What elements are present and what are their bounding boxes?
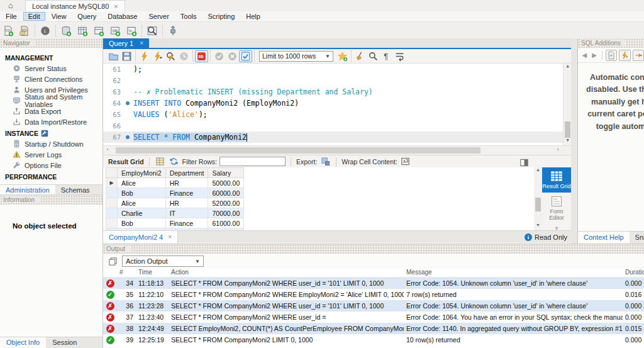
grid-cell[interactable]: 50000.00 — [208, 178, 244, 188]
tab-context-help[interactable]: Context Help — [578, 232, 630, 244]
grid-cell[interactable]: 70000.00 — [208, 208, 244, 218]
result-set-tab-close-icon[interactable]: × — [168, 233, 172, 240]
grid-row[interactable]: BobFinance61000.00 — [106, 218, 244, 228]
connection-tab[interactable]: Local instance MySQL80 × — [25, 0, 125, 11]
menu-query[interactable]: Query — [72, 12, 101, 21]
stop-icon[interactable] — [177, 50, 191, 62]
tab-schemas[interactable]: Schemas — [55, 185, 96, 194]
menu-edit[interactable]: Edit — [23, 12, 45, 21]
grid-row[interactable]: AliceHR52000.00 — [106, 198, 244, 208]
history-forward-icon[interactable]: ▶ — [591, 52, 599, 59]
tab-object-info[interactable]: Object Info — [0, 337, 46, 348]
hscrollbar-thumb[interactable] — [116, 147, 480, 154]
menu-server[interactable]: Server — [143, 12, 174, 21]
grid-cell[interactable]: IT — [165, 208, 208, 218]
sidebar-item-client-connections[interactable]: Client Connections — [0, 74, 103, 84]
grid-row[interactable]: BobFinance60000.00 — [106, 188, 244, 198]
scroll-right-icon[interactable]: › — [553, 147, 562, 154]
search-objects-icon[interactable] — [145, 25, 159, 37]
reconnect-icon[interactable] — [166, 25, 180, 37]
menu-tools[interactable]: Tools — [175, 12, 202, 21]
save-script-icon[interactable] — [120, 50, 133, 62]
result-grid-button[interactable]: Result Grid — [542, 167, 571, 193]
query-tab[interactable]: Query 1 × — [103, 38, 149, 48]
row-selector[interactable] — [106, 188, 118, 198]
commit-icon[interactable] — [213, 50, 226, 62]
grid-column-header[interactable]: EmployMoni2 — [118, 168, 166, 178]
grid-cell[interactable]: Alice — [118, 178, 166, 188]
automatic-help-icon[interactable]: ? — [619, 50, 630, 61]
toggle-autocommit-icon[interactable] — [239, 50, 252, 62]
connection-tab-close-icon[interactable]: × — [114, 3, 118, 10]
create-table-icon[interactable] — [75, 25, 89, 37]
result-set-tab[interactable]: CompanyMoni2 4 × — [103, 231, 178, 244]
tab-administration[interactable]: Administration — [0, 185, 55, 194]
grid-row[interactable]: ▶AliceHR50000.00 — [106, 178, 244, 188]
grid-cell[interactable]: Alice — [118, 198, 166, 208]
code-line-63[interactable]: 63-- ✗ Problematic INSERT (missing Depar… — [103, 86, 571, 98]
open-sql-script-icon[interactable]: SQL — [18, 25, 31, 37]
filter-rows-input[interactable] — [219, 157, 286, 166]
context-help-icon[interactable]: ? — [606, 50, 617, 61]
output-row[interactable]: ✗3711:23:40SELECT * FROM CompanyMoni2 WH… — [103, 312, 644, 323]
toggle-panel-icon[interactable] — [518, 157, 530, 167]
menu-database[interactable]: Database — [103, 12, 142, 21]
grid-scrollbar-thumb[interactable] — [535, 198, 541, 211]
grid-column-header[interactable]: Department — [165, 168, 208, 178]
grid-column-header[interactable]: Salary — [208, 168, 244, 178]
rollback-icon[interactable] — [226, 50, 239, 62]
editor-horizontal-scrollbar[interactable]: ‹ › — [103, 145, 571, 155]
query-tab-close-icon[interactable]: × — [140, 40, 143, 47]
scroll-left-icon[interactable]: ‹ — [103, 147, 112, 154]
grid-cell[interactable]: Finance — [165, 218, 208, 228]
history-back-icon[interactable]: ◀ — [580, 52, 589, 59]
grid-scroll-up-icon[interactable]: ▲ — [534, 167, 542, 175]
grid-cell[interactable]: 60000.00 — [208, 188, 244, 198]
refresh-icon[interactable] — [169, 157, 180, 167]
open-script-icon[interactable] — [107, 50, 120, 62]
grid-cell[interactable]: Finance — [165, 188, 208, 198]
menu-file[interactable]: File — [1, 12, 22, 21]
execute-statement-icon[interactable] — [138, 50, 151, 62]
grid-cell[interactable]: Bob — [118, 218, 166, 228]
grid-vertical-scrollbar[interactable]: ▲ ▼ — [534, 167, 542, 230]
sidebar-item-server-status[interactable]: Server Status — [0, 63, 103, 74]
result-grid-table[interactable]: EmployMoni2DepartmentSalary▶AliceHR50000… — [106, 167, 244, 230]
execute-caret-icon[interactable] — [151, 50, 164, 62]
menu-scripting[interactable]: Scripting — [203, 12, 240, 21]
grid-cell[interactable]: 61000.00 — [208, 218, 244, 228]
sidebar-item-options-file[interactable]: Options File — [0, 160, 103, 171]
output-view-selector[interactable]: Action Output ▼ — [122, 255, 204, 267]
scroll-up-icon[interactable]: ▲ — [564, 64, 571, 71]
grid-cell[interactable]: HR — [165, 198, 208, 208]
code-line-66[interactable]: 66 — [103, 120, 571, 132]
scroll-down-icon[interactable]: ▼ — [564, 138, 571, 145]
menu-view[interactable]: View — [47, 12, 72, 21]
create-procedure-icon[interactable]: DB — [108, 25, 122, 37]
sidebar-item-startup-shutdown[interactable]: Startup / Shutdown — [0, 138, 103, 149]
grid-cell[interactable]: HR — [165, 178, 208, 188]
editor-vertical-scrollbar[interactable]: ▲ ▼ — [563, 64, 571, 145]
panel-splitter[interactable] — [571, 38, 577, 244]
tab-snippets[interactable]: Snippets — [630, 232, 644, 244]
inspector-icon[interactable]: i — [38, 25, 52, 37]
menu-help[interactable]: Help — [241, 12, 265, 21]
output-row[interactable]: ✓3912:25:19SELECT * FROM CompanyMoni2 LI… — [103, 334, 644, 345]
more-views-chevron-icon[interactable]: ▼ — [554, 225, 560, 230]
output-row[interactable]: ✓3511:22:10SELECT * FROM CompanyMoni2 WH… — [103, 289, 644, 300]
create-function-icon[interactable]: fn — [125, 25, 138, 37]
output-row[interactable]: ✗3812:24:49SELECT EmployMoni2, COUNT(*) … — [103, 323, 644, 334]
invisible-chars-icon[interactable]: ¶ — [380, 50, 393, 62]
row-selector[interactable]: ▶ — [106, 178, 118, 188]
output-row[interactable]: ✗3411:18:13SELECT * FROM CompanyMoni2 WH… — [103, 278, 644, 289]
grid-cell[interactable]: 52000.00 — [208, 198, 244, 208]
create-view-icon[interactable] — [92, 25, 106, 37]
sql-code-editor[interactable]: 61);6263-- ✗ Problematic INSERT (missing… — [103, 64, 571, 145]
scrollbar-thumb[interactable] — [565, 121, 570, 138]
wrap-cell-content-icon[interactable]: A — [400, 157, 411, 167]
stop-on-error-icon[interactable]: sb — [195, 50, 208, 62]
beautify-icon[interactable] — [353, 50, 367, 62]
grid-row[interactable]: CharlieIT70000.00 — [106, 208, 244, 218]
code-line-62[interactable]: 62 — [103, 75, 571, 86]
explain-icon[interactable] — [164, 50, 177, 62]
